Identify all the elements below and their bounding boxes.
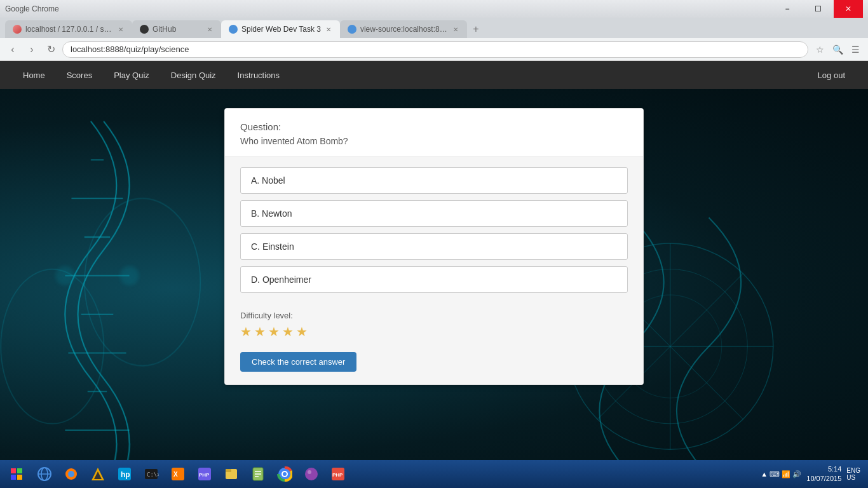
svg-text:C:\>: C:\> [147, 471, 159, 478]
nav-scores[interactable]: Scores [57, 61, 102, 89]
page-background: Question: Who invented Atom Bomb? A. Nob… [0, 89, 868, 488]
svg-rect-21 [11, 475, 16, 480]
answer-b[interactable]: B. Newton [240, 200, 628, 227]
search-icon[interactable]: 🔍 [830, 42, 845, 57]
back-button[interactable]: ‹ [5, 42, 20, 57]
svg-rect-39 [226, 469, 231, 472]
taskbar-notepad-icon[interactable] [245, 463, 271, 485]
taskbar-clock: 5:14 10/07/2015 [806, 464, 841, 484]
tab-label-2: GitHub [153, 25, 202, 34]
tab-close-1[interactable]: ✕ [117, 25, 125, 34]
taskbar-vlc-icon[interactable] [85, 463, 111, 485]
tab-label-3: Spider Web Dev Task 3 [241, 25, 321, 34]
svg-rect-19 [11, 468, 16, 473]
svg-text:PHP: PHP [199, 472, 210, 478]
tab-favicon-2 [140, 25, 149, 34]
tab-favicon-4 [348, 25, 356, 34]
taskbar-xampp-icon[interactable]: X [165, 463, 191, 485]
taskbar-files-icon[interactable] [219, 463, 244, 485]
nav-home[interactable]: Home [13, 61, 55, 89]
menu-icon[interactable]: ☰ [848, 42, 863, 57]
difficulty-section: Difficulty level: ★ ★ ★ ★ ★ [225, 303, 643, 344]
forward-button[interactable]: › [24, 42, 39, 57]
answer-a[interactable]: A. Nobel [240, 167, 628, 194]
clock-date: 10/07/2015 [806, 474, 841, 484]
svg-point-10 [1, 269, 104, 424]
navbar: Home Scores Play Quiz Design Quiz Instru… [0, 61, 868, 89]
nav-design-quiz[interactable]: Design Quiz [161, 61, 226, 89]
tab-2[interactable]: GitHub ✕ [132, 20, 221, 38]
star-4: ★ [282, 324, 294, 339]
tab-close-2[interactable]: ✕ [206, 25, 214, 34]
browser-title: Google Chrome [5, 4, 59, 13]
logout-button[interactable]: Log out [808, 61, 855, 89]
svg-text:hp: hp [121, 470, 130, 479]
taskbar-php-icon[interactable]: PHP [192, 463, 217, 485]
answers-section: A. Nobel B. Newton C. Einstein D. Openhe… [225, 157, 643, 303]
svg-text:X: X [173, 471, 178, 478]
url-input[interactable]: localhost:8888/quiz/play/science [62, 41, 808, 58]
taskbar-ie-icon[interactable] [32, 463, 57, 485]
taskbar-chrome-icon[interactable] [272, 463, 297, 485]
tab-3[interactable]: Spider Web Dev Task 3 ✕ [221, 20, 340, 38]
url-text: localhost:8888/quiz/play/science [71, 44, 189, 54]
svg-point-8 [55, 266, 74, 285]
maximize-button[interactable]: ☐ [803, 0, 832, 18]
tab-1[interactable]: localhost / 127.0.0.1 / siva... ✕ [5, 20, 132, 38]
check-btn-section: Check the correct answer [225, 344, 643, 384]
taskbar-php2-icon[interactable]: PHP [325, 463, 351, 485]
svg-point-9 [120, 266, 139, 285]
title-bar: Google Chrome − ☐ ✕ [0, 0, 868, 18]
tab-4[interactable]: view-source:localhost:888... ✕ [340, 20, 467, 38]
minimize-button[interactable]: − [773, 0, 802, 18]
tab-favicon-3 [229, 25, 238, 34]
star-3: ★ [268, 324, 280, 339]
question-text: Who invented Atom Bomb? [240, 136, 628, 146]
tab-close-3[interactable]: ✕ [325, 25, 332, 34]
question-section: Question: Who invented Atom Bomb? [225, 109, 643, 157]
nav-instructions[interactable]: Instructions [227, 61, 290, 89]
difficulty-label: Difficulty level: [240, 311, 628, 320]
answer-d[interactable]: D. Openheimer [240, 266, 628, 293]
start-button[interactable] [3, 463, 31, 485]
address-bar: ‹ › ↻ localhost:8888/quiz/play/science ☆… [0, 38, 868, 61]
svg-point-47 [305, 468, 318, 480]
star-1: ★ [240, 324, 252, 339]
taskbar-cmd-icon[interactable]: C:\> [139, 463, 164, 485]
taskbar-locale: ENG US [846, 467, 860, 481]
tab-favicon-1 [13, 25, 22, 34]
quiz-card: Question: Who invented Atom Bomb? A. Nob… [224, 108, 644, 385]
svg-point-11 [85, 198, 200, 365]
nav-play-quiz[interactable]: Play Quiz [104, 61, 159, 89]
check-answer-button[interactable]: Check the correct answer [240, 352, 356, 372]
new-tab-button[interactable]: + [467, 20, 485, 38]
taskbar: hp C:\> X PHP [0, 460, 868, 488]
tab-label-4: view-source:localhost:888... [360, 25, 448, 34]
tab-label-1: localhost / 127.0.0.1 / siva... [25, 25, 113, 34]
svg-point-48 [308, 470, 311, 474]
difficulty-stars: ★ ★ ★ ★ ★ [240, 324, 628, 339]
tabs-bar: localhost / 127.0.0.1 / siva... ✕ GitHub… [0, 18, 868, 38]
star-2: ★ [254, 324, 266, 339]
taskbar-ball-icon[interactable] [299, 463, 324, 485]
taskbar-firefox-icon[interactable] [58, 463, 84, 485]
taskbar-right: ▲ ⌨ 📶 🔊 5:14 10/07/2015 ENG US [761, 464, 865, 484]
svg-rect-20 [17, 468, 22, 473]
clock-time: 5:14 [806, 464, 841, 474]
star-5: ★ [296, 324, 308, 339]
close-button[interactable]: ✕ [834, 0, 863, 18]
reload-button[interactable]: ↻ [43, 42, 58, 57]
answer-c[interactable]: C. Einstein [240, 233, 628, 260]
svg-text:PHP: PHP [332, 472, 343, 478]
svg-point-46 [283, 472, 287, 476]
sys-tray-icons: ▲ ⌨ 📶 🔊 [761, 470, 801, 478]
taskbar-hp-icon[interactable]: hp [112, 463, 137, 485]
tab-close-4[interactable]: ✕ [452, 25, 459, 34]
question-label: Question: [240, 121, 628, 132]
svg-rect-22 [17, 475, 22, 480]
bookmark-icon[interactable]: ☆ [812, 42, 827, 57]
svg-point-27 [68, 471, 74, 477]
